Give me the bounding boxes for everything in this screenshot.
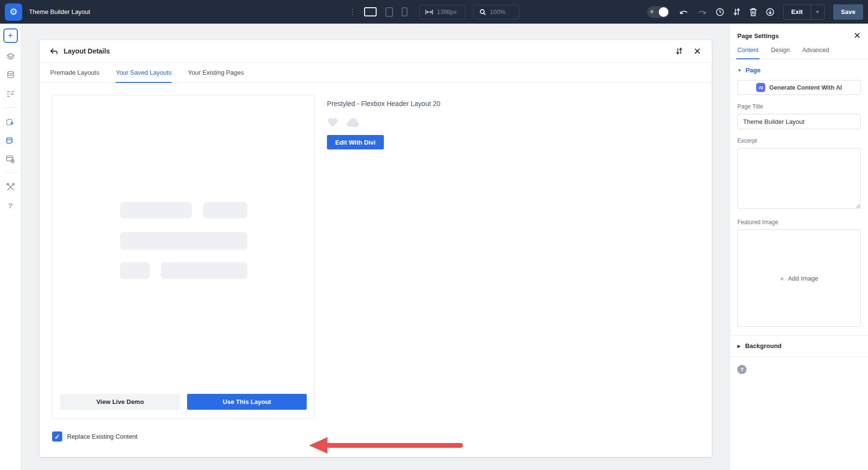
featured-image-label: Featured Image <box>737 219 861 226</box>
modal-tab-bar: Premade Layouts Your Saved Layouts Your … <box>40 63 712 83</box>
view-live-demo-button[interactable]: View Live Demo <box>60 394 180 410</box>
layout-preview-placeholder <box>120 202 247 279</box>
plus-icon: + <box>780 274 784 282</box>
viewport-width-input[interactable]: 1398px <box>419 5 465 19</box>
page-settings-panel: Page Settings ✕ Content Design Advanced … <box>730 24 868 470</box>
zoom-level-input[interactable]: 100% <box>473 5 519 19</box>
sort-button[interactable] <box>676 47 683 55</box>
tab-design[interactable]: Design <box>771 47 790 54</box>
panel-close-button[interactable]: ✕ <box>854 31 861 40</box>
layout-gear-icon <box>5 154 15 164</box>
options-list-icon <box>6 89 15 98</box>
sort-layers-button[interactable] <box>733 8 741 16</box>
tablet-view-button[interactable] <box>385 7 393 17</box>
viewport-width-value: 1398px <box>437 9 457 15</box>
layers-icon <box>6 52 15 62</box>
gear-icon: ⚙ <box>9 6 17 17</box>
replace-checkbox-label: Replace Existing Content <box>67 433 137 440</box>
plus-icon: + <box>8 31 13 41</box>
exit-button[interactable]: Exit <box>784 5 811 19</box>
page-title: Theme Builder Layout <box>29 8 90 15</box>
conditions-button[interactable] <box>3 86 18 101</box>
placeholder-bar <box>120 262 150 279</box>
arrow-shaft <box>326 443 463 448</box>
light-dark-mode-toggle[interactable]: ☀ <box>647 6 669 18</box>
generate-content-ai-button[interactable]: AI Generate Content With AI <box>737 80 861 95</box>
tools-icon <box>6 182 15 192</box>
more-options-icon[interactable]: ⋮ <box>349 8 356 16</box>
sidebar-divider <box>4 173 17 173</box>
database-button[interactable] <box>3 68 18 82</box>
database-icon <box>6 70 15 80</box>
redo-icon <box>697 9 707 15</box>
sun-icon: ☀ <box>649 9 655 15</box>
desktop-icon <box>364 7 377 16</box>
chevron-down-icon: ▼ <box>737 68 742 73</box>
history-button[interactable] <box>716 8 724 16</box>
cloud-status-button[interactable] <box>345 118 360 127</box>
layers-button[interactable] <box>3 50 18 64</box>
undo-button[interactable] <box>679 9 689 15</box>
page-section-label: Page <box>746 67 760 74</box>
replace-existing-content-checkbox[interactable]: ✓ <box>52 431 62 442</box>
close-icon: ✕ <box>854 31 861 40</box>
question-icon: ? <box>8 201 13 210</box>
excerpt-textarea[interactable] <box>737 148 861 209</box>
layout-details-modal: Layout Details ✕ Premade Layouts Your Sa… <box>40 40 712 457</box>
help-button[interactable]: ? <box>3 198 18 213</box>
exit-dropdown-button[interactable]: ▼ <box>811 5 824 19</box>
excerpt-label: Excerpt <box>737 137 861 144</box>
add-module-button[interactable]: + <box>3 28 18 43</box>
builder-settings-button[interactable]: ⚙ <box>5 3 22 21</box>
portability-button[interactable] <box>766 8 774 16</box>
heart-icon <box>327 117 339 127</box>
select-section-tool[interactable] <box>3 133 18 148</box>
clock-icon <box>716 8 724 16</box>
tablet-icon <box>385 7 393 17</box>
tools-button[interactable] <box>3 180 18 194</box>
sort-arrows-icon <box>733 8 741 16</box>
panel-help-button[interactable]: ? <box>737 365 746 374</box>
placeholder-bar <box>161 262 247 279</box>
page-section-toggle[interactable]: ▼ Page <box>737 59 861 80</box>
add-image-label: Add Image <box>788 275 818 282</box>
tab-advanced[interactable]: Advanced <box>802 47 829 54</box>
undo-icon <box>679 9 689 15</box>
tab-your-saved-layouts[interactable]: Your Saved Layouts <box>116 63 172 82</box>
add-image-dropzone[interactable]: + Add Image <box>737 229 861 327</box>
select-section-icon <box>5 135 15 146</box>
back-button[interactable] <box>50 48 58 54</box>
select-module-tool[interactable] <box>3 115 18 129</box>
page-title-input[interactable] <box>737 114 861 129</box>
delete-button[interactable] <box>749 8 757 16</box>
chevron-right-icon: ▶ <box>737 344 741 349</box>
tab-content[interactable]: Content <box>737 47 759 54</box>
settings-tab-bar: Content Design Advanced <box>730 47 868 59</box>
background-section-toggle[interactable]: ▶ Background <box>730 335 868 357</box>
save-button[interactable]: Save <box>833 4 863 20</box>
tab-your-existing-pages[interactable]: Your Existing Pages <box>188 63 244 82</box>
layout-settings-button[interactable] <box>3 151 18 166</box>
question-icon: ? <box>740 367 744 373</box>
magnifier-icon <box>479 9 486 15</box>
left-toolbar: + <box>0 24 21 470</box>
width-icon <box>425 9 433 15</box>
phone-view-button[interactable] <box>402 7 407 16</box>
desktop-view-button[interactable] <box>364 7 377 16</box>
placeholder-bar <box>120 202 192 218</box>
top-toolbar: ⚙ Theme Builder Layout ⋮ 1398px <box>0 0 868 24</box>
zoom-level-value: 100% <box>490 9 505 15</box>
tab-premade-layouts[interactable]: Premade Layouts <box>50 63 99 82</box>
placeholder-bar <box>203 202 247 218</box>
toggle-knob <box>659 7 668 17</box>
phone-icon <box>402 7 407 16</box>
use-this-layout-button[interactable]: Use This Layout <box>187 394 307 410</box>
redo-button[interactable] <box>697 9 707 15</box>
placeholder-bar <box>120 232 247 250</box>
back-arrow-icon <box>50 48 58 54</box>
arrow-head <box>309 437 327 454</box>
edit-with-divi-button[interactable]: Edit With Divi <box>327 135 384 149</box>
favorite-button[interactable] <box>327 117 339 127</box>
panel-title: Page Settings <box>737 32 779 40</box>
modal-close-button[interactable]: ✕ <box>693 47 701 56</box>
